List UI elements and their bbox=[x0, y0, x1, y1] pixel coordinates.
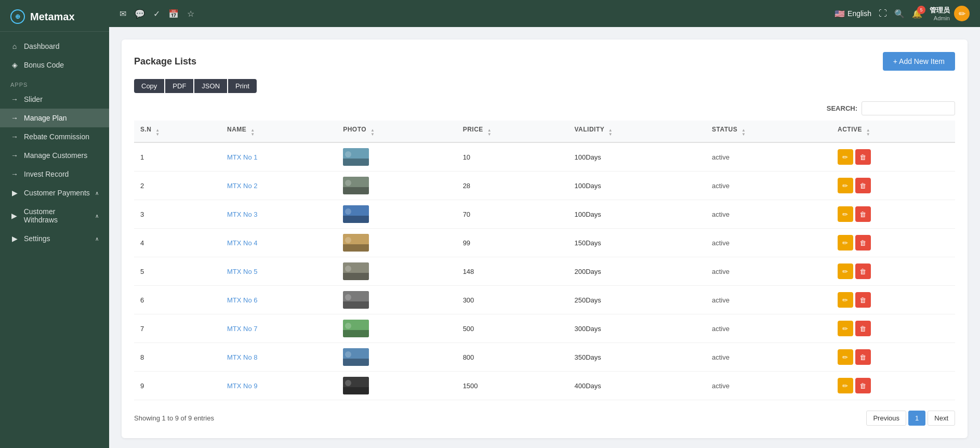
cell-photo bbox=[337, 257, 456, 286]
edit-button[interactable]: ✏ bbox=[838, 292, 853, 308]
language-selector[interactable]: 🇺🇸 English bbox=[835, 9, 871, 19]
search-input[interactable] bbox=[862, 101, 955, 115]
bonus-icon: ◈ bbox=[10, 61, 19, 69]
cell-price: 99 bbox=[457, 229, 568, 257]
sidebar-item-customer-payments[interactable]: ▶ Customer Payments ∧ bbox=[0, 183, 109, 202]
cell-name: MTX No 6 bbox=[221, 286, 337, 314]
brand-name: Metamax bbox=[30, 11, 75, 23]
sidebar-nav: ⌂ Dashboard ◈ Bonus Code APPS → Slider →… bbox=[0, 32, 109, 253]
mail-icon[interactable]: ✉ bbox=[120, 9, 126, 19]
col-status[interactable]: STATUS ▲▼ bbox=[706, 121, 831, 142]
svg-rect-1 bbox=[343, 159, 369, 166]
previous-button[interactable]: Previous bbox=[866, 411, 906, 426]
cell-status: active bbox=[706, 172, 831, 200]
edit-button[interactable]: ✏ bbox=[838, 349, 853, 365]
table-body: 1MTX No 1 10100Daysactive ✏ 🗑 2MTX No 2 … bbox=[134, 142, 955, 400]
svg-rect-25 bbox=[343, 387, 369, 394]
search-icon[interactable]: 🔍 bbox=[894, 9, 905, 19]
svg-point-5 bbox=[345, 180, 351, 186]
edit-button[interactable]: ✏ bbox=[838, 321, 853, 336]
chevron-icon: ∧ bbox=[95, 213, 99, 219]
sidebar-item-slider[interactable]: → Slider bbox=[0, 90, 109, 109]
expand-icon[interactable]: ⛶ bbox=[879, 9, 887, 18]
svg-rect-7 bbox=[343, 216, 369, 223]
delete-button[interactable]: 🗑 bbox=[855, 378, 871, 393]
sidebar-item-label: Rebate Commission bbox=[24, 133, 89, 141]
print-button[interactable]: Print bbox=[228, 79, 257, 93]
cell-sn: 8 bbox=[134, 343, 221, 372]
cell-sn: 3 bbox=[134, 200, 221, 229]
sidebar-item-bonus-code[interactable]: ◈ Bonus Code bbox=[0, 56, 109, 74]
sidebar-item-manage-customers[interactable]: → Manage Customers bbox=[0, 146, 109, 165]
col-active[interactable]: ACTIVE ▲▼ bbox=[831, 121, 955, 142]
delete-button[interactable]: 🗑 bbox=[855, 149, 871, 165]
col-name[interactable]: NAME ▲▼ bbox=[221, 121, 337, 142]
next-button[interactable]: Next bbox=[928, 411, 955, 426]
table-row: 1MTX No 1 10100Daysactive ✏ 🗑 bbox=[134, 142, 955, 172]
sidebar-item-customer-withdraws[interactable]: ▶ Customer Withdraws ∧ bbox=[0, 202, 109, 229]
star-icon[interactable]: ☆ bbox=[187, 9, 194, 19]
sidebar-item-label: Invest Record bbox=[24, 170, 69, 178]
delete-button[interactable]: 🗑 bbox=[855, 178, 871, 193]
col-validity[interactable]: VALIDITY ▲▼ bbox=[568, 121, 706, 142]
delete-button[interactable]: 🗑 bbox=[855, 263, 871, 279]
delete-button[interactable]: 🗑 bbox=[855, 321, 871, 336]
arrow-icon: ▶ bbox=[10, 212, 19, 220]
edit-button[interactable]: ✏ bbox=[838, 149, 853, 165]
sidebar-item-label: Dashboard bbox=[24, 42, 60, 50]
cell-name: MTX No 2 bbox=[221, 172, 337, 200]
cell-validity: 100Days bbox=[568, 172, 706, 200]
cell-price: 500 bbox=[457, 314, 568, 343]
sidebar-item-rebate-commission[interactable]: → Rebate Commission bbox=[0, 127, 109, 146]
sidebar-item-dashboard[interactable]: ⌂ Dashboard bbox=[0, 37, 109, 56]
cell-photo bbox=[337, 142, 456, 172]
cell-name: MTX No 9 bbox=[221, 372, 337, 400]
edit-button[interactable]: ✏ bbox=[838, 378, 853, 393]
edit-button[interactable]: ✏ bbox=[838, 235, 853, 251]
arrow-icon: → bbox=[10, 95, 19, 103]
edit-button[interactable]: ✏ bbox=[838, 178, 853, 193]
delete-button[interactable]: 🗑 bbox=[855, 292, 871, 308]
svg-rect-4 bbox=[343, 187, 369, 194]
delete-button[interactable]: 🗑 bbox=[855, 235, 871, 251]
cell-validity: 100Days bbox=[568, 142, 706, 172]
table-row: 7MTX No 7 500300Daysactive ✏ 🗑 bbox=[134, 314, 955, 343]
add-new-item-button[interactable]: + Add New Item bbox=[883, 52, 955, 71]
sidebar: ⊕ Metamax ⌂ Dashboard ◈ Bonus Code APPS … bbox=[0, 0, 109, 448]
arrow-icon: → bbox=[10, 151, 19, 160]
user-avatar[interactable]: ✏ bbox=[954, 6, 970, 21]
cell-price: 800 bbox=[457, 343, 568, 372]
topnav-right: 🇺🇸 English ⛶ 🔍 🔔 5 管理员 Admin ✏ bbox=[835, 6, 970, 21]
delete-button[interactable]: 🗑 bbox=[855, 206, 871, 222]
page-1-button[interactable]: 1 bbox=[908, 411, 925, 426]
svg-point-17 bbox=[345, 294, 351, 300]
chat-icon[interactable]: 💬 bbox=[135, 9, 145, 19]
pdf-button[interactable]: PDF bbox=[165, 79, 193, 93]
sidebar-item-label: Manage Plan bbox=[24, 114, 67, 122]
content-area: Package Lists + Add New Item Copy PDF JS… bbox=[109, 27, 980, 448]
col-sn[interactable]: S.N ▲▼ bbox=[134, 121, 221, 142]
language-label: English bbox=[847, 9, 871, 18]
arrow-icon: ▶ bbox=[10, 189, 19, 197]
cell-sn: 2 bbox=[134, 172, 221, 200]
json-button[interactable]: JSON bbox=[194, 79, 227, 93]
cell-validity: 150Days bbox=[568, 229, 706, 257]
edit-button[interactable]: ✏ bbox=[838, 206, 853, 222]
sidebar-item-manage-plan[interactable]: → Manage Plan bbox=[0, 109, 109, 127]
svg-rect-10 bbox=[343, 244, 369, 252]
packages-table: S.N ▲▼ NAME ▲▼ PHOTO ▲▼ PRICE ▲▼ VALIDIT… bbox=[134, 121, 955, 400]
col-price[interactable]: PRICE ▲▼ bbox=[457, 121, 568, 142]
cell-price: 300 bbox=[457, 286, 568, 314]
svg-rect-16 bbox=[343, 301, 369, 309]
edit-button[interactable]: ✏ bbox=[838, 263, 853, 279]
cell-status: active bbox=[706, 229, 831, 257]
calendar-icon[interactable]: 📅 bbox=[168, 9, 179, 19]
arrow-icon: → bbox=[10, 133, 19, 141]
notification-bell[interactable]: 🔔 5 bbox=[912, 9, 922, 19]
delete-button[interactable]: 🗑 bbox=[855, 349, 871, 365]
copy-button[interactable]: Copy bbox=[134, 79, 164, 93]
col-photo[interactable]: PHOTO ▲▼ bbox=[337, 121, 456, 142]
sidebar-item-settings[interactable]: ▶ Settings ∧ bbox=[0, 229, 109, 248]
check-icon[interactable]: ✓ bbox=[153, 9, 160, 19]
sidebar-item-invest-record[interactable]: → Invest Record bbox=[0, 165, 109, 183]
